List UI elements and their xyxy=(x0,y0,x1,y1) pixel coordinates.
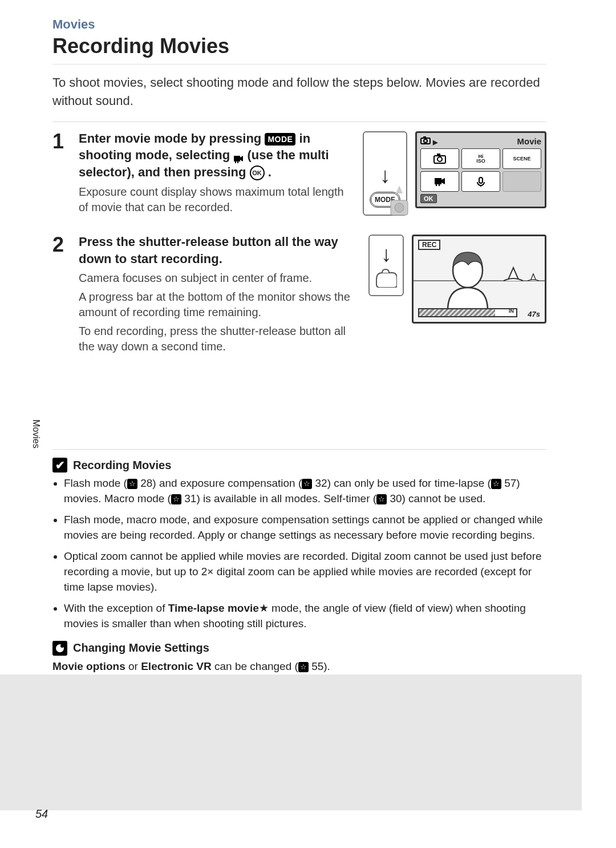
camera-icon: ▶ xyxy=(420,136,437,146)
lcd-screen-figure: ▶ Movie HiISO SCENE xyxy=(415,131,546,208)
note-item: Flash mode, macro mode, and exposure com… xyxy=(64,512,546,543)
step-number: 2 xyxy=(52,233,68,358)
shutter-press-figure: ↓ xyxy=(368,235,404,296)
mode-cell-movie xyxy=(420,171,459,192)
bold-term: Movie options xyxy=(52,660,125,672)
info-icon xyxy=(52,641,67,656)
text: Enter movie mode by pressing xyxy=(79,131,265,146)
svg-marker-6 xyxy=(396,185,403,193)
progress-bar: IN xyxy=(418,308,517,317)
svg-point-8 xyxy=(424,139,427,143)
mode-cell-empty xyxy=(502,171,541,192)
page-ref-icon: ☆ xyxy=(298,662,309,672)
movie-icon xyxy=(233,151,244,161)
text: With the exception of xyxy=(64,602,168,614)
text: Flash mode ( xyxy=(64,477,127,489)
page-number: 54 xyxy=(35,807,48,821)
note-item: Flash mode (☆ 28) and exposure compensat… xyxy=(64,476,546,507)
notes-title: Recording Movies xyxy=(73,459,171,472)
star-icon: ★ xyxy=(259,602,269,614)
step-2-desc: Camera focuses on subject in center of f… xyxy=(79,270,358,354)
text: ) can only be used for time-lapse ( xyxy=(327,477,491,489)
mode-cell: SCENE xyxy=(502,148,541,169)
step-2-title: Press the shutter-release button all the… xyxy=(79,233,358,267)
svg-rect-12 xyxy=(437,154,440,156)
page-ref-icon: ☆ xyxy=(376,494,387,504)
ref: 32 xyxy=(315,477,327,489)
svg-rect-13 xyxy=(435,178,441,184)
note-item: Optical zoom cannot be applied while mov… xyxy=(64,549,546,595)
svg-point-5 xyxy=(395,203,404,212)
page-ref-icon: ☆ xyxy=(171,494,181,504)
recording-screen-figure: REC IN xyxy=(412,235,546,324)
step-1-desc: Exposure count display shows maximum tot… xyxy=(79,184,352,215)
mode-cell: HiISO xyxy=(461,148,500,169)
text: ) and exposure compensation ( xyxy=(152,477,302,489)
settings-title: Changing Movie Settings xyxy=(73,641,209,655)
breadcrumb: Movies xyxy=(52,17,546,32)
camera-silhouette-icon xyxy=(388,184,410,219)
text: To end recording, press the shutter-rele… xyxy=(79,324,358,354)
svg-rect-0 xyxy=(234,156,240,161)
svg-point-11 xyxy=(437,157,442,161)
finger-icon xyxy=(375,268,397,288)
step-2: 2 Press the shutter-release button all t… xyxy=(52,233,546,358)
text: ). xyxy=(323,660,330,672)
page-ref-icon: ☆ xyxy=(127,479,137,489)
check-icon: ✔ xyxy=(52,458,67,473)
down-arrow-icon: ↓ xyxy=(381,243,392,265)
text: A progress bar at the bottom of the moni… xyxy=(79,289,358,320)
ref: 55 xyxy=(311,660,323,672)
svg-point-22 xyxy=(60,644,64,648)
page-ref-icon: ☆ xyxy=(302,479,312,489)
settings-text: Movie options or Electronic VR can be ch… xyxy=(52,659,546,675)
step-1: 1 Enter movie mode by pressing MODE in s… xyxy=(52,130,546,219)
ref: 30 xyxy=(390,492,402,504)
ref: 31 xyxy=(184,492,196,504)
svg-rect-2 xyxy=(235,161,236,163)
ref: 57 xyxy=(504,477,516,489)
text: can be changed ( xyxy=(212,660,298,672)
mode-icon: MODE xyxy=(265,133,295,146)
text: ) is available in all modes. Self-timer … xyxy=(196,492,376,504)
text: . xyxy=(268,165,271,179)
section-side-tab: Movies xyxy=(16,399,52,468)
remaining-time: 47s xyxy=(528,310,540,318)
mode-cell xyxy=(420,148,459,169)
svg-rect-15 xyxy=(436,184,437,186)
page-ref-icon: ☆ xyxy=(491,479,501,489)
page-title: Recording Movies xyxy=(52,34,546,58)
svg-marker-14 xyxy=(441,178,445,184)
text: ) cannot be used. xyxy=(402,492,486,504)
screen-ok-label: OK xyxy=(420,194,437,203)
settings-header: Changing Movie Settings xyxy=(52,641,546,656)
notes-section: ✔ Recording Movies Flash mode (☆ 28) and… xyxy=(52,449,546,674)
svg-rect-3 xyxy=(237,161,238,163)
intro-text: To shoot movies, select shooting mode an… xyxy=(52,74,546,110)
bold-term: Electronic VR xyxy=(141,660,212,672)
notes-header: ✔ Recording Movies xyxy=(52,458,546,473)
note-item: With the exception of Time-lapse movie★ … xyxy=(64,601,546,632)
text: or xyxy=(125,660,141,672)
svg-rect-17 xyxy=(479,177,483,183)
svg-marker-1 xyxy=(240,156,243,161)
svg-rect-16 xyxy=(439,184,440,186)
in-label: IN xyxy=(509,308,514,314)
ok-icon: OK xyxy=(250,165,265,180)
step-number: 1 xyxy=(52,130,68,219)
svg-rect-9 xyxy=(423,136,426,138)
ref: 28 xyxy=(140,477,152,489)
down-arrow-icon: ↓ xyxy=(380,164,391,186)
bold-term: Time-lapse movie xyxy=(168,602,259,614)
text: Camera focuses on subject in center of f… xyxy=(79,270,358,286)
mode-cell xyxy=(461,171,500,192)
divider xyxy=(52,64,546,64)
text: Exposure count display shows maximum tot… xyxy=(79,184,352,215)
side-tab-label: Movies xyxy=(31,419,41,449)
step-1-title: Enter movie mode by pressing MODE in sho… xyxy=(79,130,352,181)
screen-mode-label: Movie xyxy=(517,136,541,146)
